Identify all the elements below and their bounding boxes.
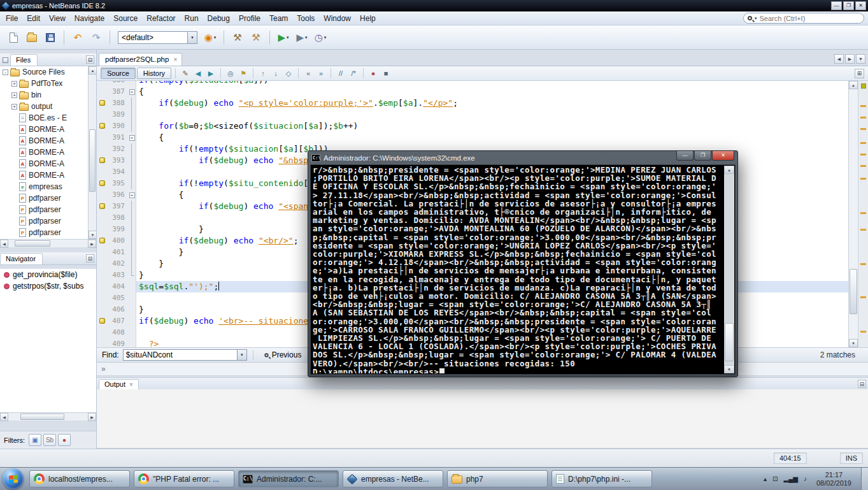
output-console[interactable] (97, 389, 868, 449)
line-number[interactable]: 386 (108, 81, 127, 86)
taskbar-button[interactable]: Administrador: C:... (238, 470, 339, 487)
tab-pdfparser2sql[interactable]: pdfparser2SQL.php × (99, 53, 182, 66)
gutter-annotation[interactable] (97, 201, 108, 212)
tree-item[interactable]: +PdfToTex (0, 78, 96, 89)
tree-item[interactable]: BOE.es - E (0, 112, 96, 124)
code-line[interactable]: 389 (97, 109, 848, 120)
menu-navigate[interactable]: Navigate (70, 12, 109, 25)
line-number[interactable]: 387 (108, 86, 127, 97)
minimize-button[interactable]: — (676, 151, 694, 161)
warning-mark[interactable] (860, 263, 866, 265)
close-icon[interactable]: × (129, 381, 133, 388)
line-number[interactable]: 407 (108, 315, 127, 327)
tree-item[interactable]: pdfparser (0, 192, 96, 204)
maximize-button[interactable]: ❐ (694, 151, 711, 161)
cmd-window[interactable]: Administrador: C:\Windows\system32\cmd.e… (308, 150, 738, 377)
tree-item[interactable]: BORME-A (0, 147, 96, 158)
taskbar-button[interactable]: D:\php7\php.ini -... (551, 470, 652, 487)
clean-build-project-button[interactable]: ⚒ (248, 29, 264, 46)
minimize-button[interactable]: — (831, 1, 842, 10)
hidden-icons-icon[interactable]: ▴ (764, 475, 767, 482)
menu-edit[interactable]: Edit (22, 12, 45, 25)
gutter-annotation[interactable] (97, 270, 108, 281)
build-project-button[interactable]: ⚒ (229, 29, 246, 46)
warning-mark[interactable] (860, 229, 866, 231)
run-project-button[interactable]: ▶▾ (275, 29, 292, 46)
gutter-annotation[interactable] (97, 155, 108, 166)
line-number[interactable]: 390 (108, 120, 127, 132)
line-number[interactable]: 393 (108, 155, 127, 166)
taskbar-clock[interactable]: 21:17 08/02/2019 (813, 471, 855, 487)
tree-item[interactable]: -Source Files (0, 66, 96, 78)
taskbar-button[interactable]: empresas - NetBe... (343, 470, 443, 487)
navigator-list[interactable]: get_provincia($file)getstrpos($str, $sub… (0, 269, 96, 412)
filter-show-static-button[interactable]: Sb (43, 434, 56, 446)
scrollbar-track[interactable] (849, 89, 858, 339)
new-file-button[interactable] (5, 29, 22, 46)
warning-mark[interactable] (860, 105, 866, 107)
debug-project-button[interactable]: ▶▾ (294, 29, 310, 46)
gutter-annotation[interactable] (97, 166, 108, 178)
line-number[interactable]: 406 (108, 304, 127, 315)
configuration-select[interactable]: <default>▾ (118, 31, 197, 44)
tree-item[interactable]: BORME-A (0, 169, 96, 181)
scroll-right-icon[interactable]: ▶ (88, 240, 96, 248)
menu-team[interactable]: Team (265, 12, 292, 25)
gutter-annotation[interactable] (97, 338, 108, 347)
tree-item[interactable]: +output (0, 101, 96, 112)
warning-mark[interactable] (860, 331, 866, 333)
warning-mark[interactable] (860, 165, 866, 167)
chevron-down-icon[interactable]: ▾ (755, 16, 757, 21)
tree-item[interactable]: empresas (0, 181, 96, 192)
fold-toggle-icon[interactable] (127, 132, 136, 143)
menu-file[interactable]: File (1, 12, 22, 25)
line-number[interactable]: 402 (108, 258, 127, 270)
cmd-titlebar[interactable]: Administrador: C:\Windows\system32\cmd.e… (310, 151, 736, 164)
find-selection-button[interactable]: ◎ (225, 68, 236, 79)
gutter-annotation[interactable] (97, 235, 108, 247)
line-number[interactable]: 401 (108, 247, 127, 258)
menu-source[interactable]: Source (109, 12, 142, 25)
scroll-up-icon[interactable]: ▲ (89, 66, 97, 75)
fold-toggle-icon[interactable] (127, 189, 136, 201)
terminal-text[interactable]: r/>&nbsp;&nbsp;presidente = <span style=… (313, 166, 723, 373)
back-button[interactable]: ◀ (192, 68, 204, 79)
scrollbar-thumb[interactable] (20, 414, 64, 420)
code-text[interactable]: if($debug) echo "<p style='color:purple;… (136, 97, 848, 109)
chevron-down-icon[interactable]: ▾ (187, 32, 197, 43)
code-line[interactable]: 390 for($b=0;$b<sizeof($situacion[$a]);$… (97, 120, 848, 132)
gutter-annotation[interactable] (97, 86, 108, 97)
expand-icon[interactable]: + (11, 92, 17, 98)
save-all-button[interactable] (42, 29, 59, 46)
menu-refactor[interactable]: Refactor (142, 12, 180, 25)
line-number[interactable]: 389 (108, 109, 127, 120)
tree-item[interactable]: BORME-A (0, 135, 96, 147)
scrollbar-thumb[interactable] (15, 240, 50, 247)
line-number[interactable]: 388 (108, 97, 127, 109)
profile-project-button[interactable]: ◷▾ (312, 29, 329, 46)
files-tree[interactable]: -Source Files+PdfToTex+bin+outputBOE.es … (0, 66, 96, 239)
warning-mark[interactable] (860, 154, 866, 155)
error-stripe-status-icon[interactable] (861, 83, 866, 89)
scroll-down-icon[interactable]: ▼ (724, 365, 734, 373)
tree-item[interactable]: pdfparser (0, 204, 96, 215)
next-bookmark-button[interactable]: ↓ (270, 68, 281, 79)
scroll-down-icon[interactable]: ▼ (89, 231, 97, 239)
code-line[interactable]: 388 if($debug) echo "<p style='color:pur… (97, 97, 848, 109)
navigator-horizontal-scrollbar[interactable]: ◀ ▶ (0, 412, 96, 421)
taskbar-button[interactable]: localhost/empres... (29, 470, 130, 487)
line-number[interactable]: 408 (108, 327, 127, 338)
line-number[interactable]: 395 (108, 178, 127, 189)
line-number[interactable]: 399 (108, 224, 127, 235)
tree-item[interactable]: +bin (0, 89, 96, 101)
code-text[interactable] (136, 109, 848, 120)
scroll-left-icon[interactable]: ◀ (0, 413, 8, 421)
line-number[interactable]: 392 (108, 143, 127, 155)
scrollbar-track[interactable] (724, 174, 734, 365)
scroll-tabs-right-button[interactable]: ▶ (845, 54, 855, 64)
comment-button[interactable]: // (335, 68, 346, 79)
minimize-panel-icon[interactable]: ⊟ (86, 254, 94, 263)
scrollbar-track[interactable] (8, 240, 88, 247)
scroll-right-icon[interactable]: ▶ (88, 413, 96, 421)
find-previous-button[interactable]: Previous (259, 349, 307, 361)
